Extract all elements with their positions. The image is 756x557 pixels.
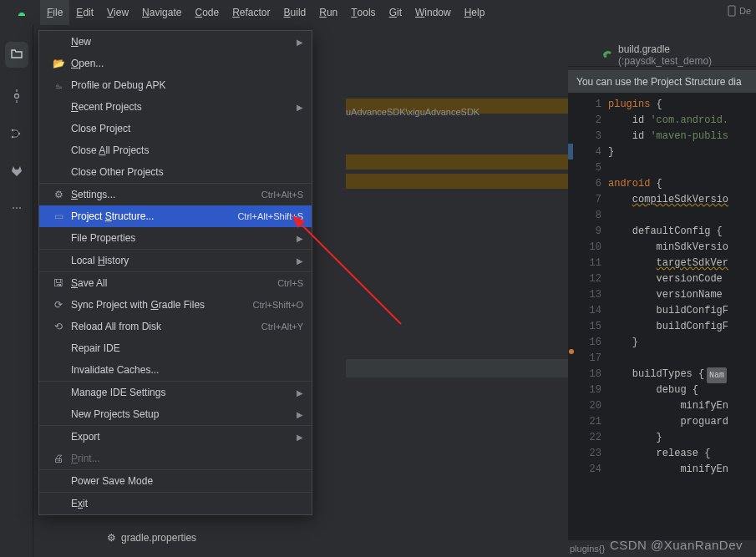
file-menu-dropdown: New▶📂Open...⎁Profile or Debug APKRecent … [38,30,312,515]
project-tool-icon[interactable] [5,42,28,68]
devices-selector[interactable]: De [728,5,751,17]
gear-icon: ⚙ [107,532,116,544]
menu-item-export[interactable]: Export▶ [39,426,312,448]
menu-bar: FileEditViewNavigateCodeRefactorBuildRun… [0,0,756,25]
menu-item-new-projects-setup[interactable]: New Projects Setup▶ [39,403,312,425]
svg-point-0 [19,13,20,14]
menu-item-recent-projects[interactable]: Recent Projects▶ [39,96,312,118]
svg-point-3 [14,94,18,99]
code-content[interactable]: plugins { id 'com.android. id 'maven-pub… [608,94,728,540]
project-tree-item[interactable]: ⚙ gradle.properties [107,532,196,544]
menu-build[interactable]: Build [277,0,313,25]
menu-item-new[interactable]: New▶ [39,31,312,53]
menu-item-save-all[interactable]: 🖫Save AllCtrl+S [39,272,312,294]
more-tool-icon[interactable]: ⋯ [12,202,22,214]
menu-view[interactable]: View [100,0,135,25]
editor-tab[interactable]: build.gradle (:paysdk_test_demo) [618,43,756,67]
menu-git[interactable]: Git [383,0,408,25]
menu-item-project-structure[interactable]: ▭Project Structure...Ctrl+Alt+Shift+S [39,205,312,227]
menu-item-reload-all-from-disk[interactable]: ⟲Reload All from DiskCtrl+Alt+Y [39,316,312,337]
code-editor[interactable]: 123456789101112131415161718192021222324 … [568,94,756,540]
gradle-icon [601,48,613,62]
menu-item-exit[interactable]: Exit [39,493,312,514]
menu-navigate[interactable]: Navigate [135,0,188,25]
menu-item-close-project[interactable]: Close Project [39,118,312,139]
menu-refactor[interactable]: Refactor [226,0,277,25]
menu-item-file-properties[interactable]: File Properties▶ [39,227,312,249]
editor-tab-bar: build.gradle (:paysdk_test_demo) [568,43,756,67]
path-fragment: uAdvanceSDK\xiguAdvanceSDK [346,107,479,117]
highlight-strip [346,154,592,170]
menu-item-manage-ide-settings[interactable]: Manage IDE Settings▶ [39,382,312,403]
selection-strip [346,359,592,377]
menu-item-local-history[interactable]: Local History▶ [39,250,312,271]
structure-tool-icon[interactable] [10,127,23,143]
menu-file[interactable]: File [40,0,69,25]
menu-item-invalidate-caches[interactable]: Invalidate Caches... [39,359,312,381]
menu-tools[interactable]: Tools [344,0,382,25]
menu-item-profile-or-debug-apk[interactable]: ⎁Profile or Debug APK [39,74,312,96]
menu-item-close-other-projects[interactable]: Close Other Projects [39,161,312,183]
menu-item-open[interactable]: 📂Open... [39,53,312,74]
menu-item-print: 🖨Print... [39,448,312,469]
svg-rect-2 [728,6,735,16]
menu-code[interactable]: Code [188,0,226,25]
menu-item-close-all-projects[interactable]: Close All Projects [39,139,312,161]
menu-item-settings[interactable]: ⚙Settings...Ctrl+Alt+S [39,184,312,205]
menu-window[interactable]: Window [408,0,458,25]
menu-run[interactable]: Run [312,0,344,25]
app-icon [15,6,28,19]
svg-point-1 [23,13,24,14]
menu-edit[interactable]: Edit [69,0,100,25]
menu-item-sync-project-with-gradle-files[interactable]: ⟳Sync Project with Gradle FilesCtrl+Shif… [39,294,312,316]
highlight-strip [346,174,592,189]
menu-help[interactable]: Help [458,0,492,25]
gitlab-tool-icon[interactable] [10,165,23,180]
menu-item-power-save-mode[interactable]: Power Save Mode [39,470,312,492]
notification-banner[interactable]: You can use the Project Structure dia [568,70,756,94]
menu-item-repair-ide[interactable]: Repair IDE [39,337,312,359]
line-gutter: 123456789101112131415161718192021222324 [575,94,608,540]
left-tool-rail: ⋯ [0,25,33,557]
editor-breadcrumb[interactable]: plugins{} [570,540,605,557]
commit-tool-icon[interactable] [10,89,23,105]
